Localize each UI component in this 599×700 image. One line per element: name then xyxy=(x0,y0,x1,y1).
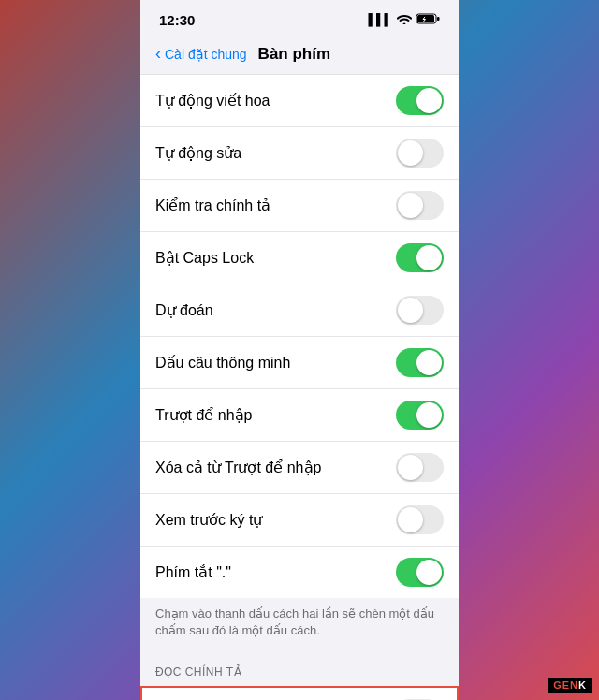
bat-caps-lock-label: Bật Caps Lock xyxy=(155,249,254,267)
phim-tat-label: Phím tắt "." xyxy=(155,563,231,581)
battery-icon xyxy=(416,13,440,27)
signal-icon: ▌▌▌ xyxy=(368,13,392,26)
tu-dong-sua-row: Tự động sửa xyxy=(140,127,459,180)
settings-container: Tự động viết hoaTự động sửaKiểm tra chín… xyxy=(140,75,459,700)
tu-dong-viet-hoa-row: Tự động viết hoa xyxy=(140,75,459,127)
toggle-knob xyxy=(416,88,442,113)
dau-cau-thong-minh-label: Dấu câu thông minh xyxy=(155,354,290,372)
tu-dong-sua-toggle[interactable] xyxy=(396,139,444,168)
page-title: Bàn phím xyxy=(258,45,330,64)
kiem-tra-chinh-ta-toggle[interactable] xyxy=(396,191,444,220)
xoa-ca-tu-label: Xóa cả từ Trượt để nhập xyxy=(155,459,321,476)
back-button[interactable]: ‹ Cài đặt chung xyxy=(155,44,247,64)
tu-dong-sua-label: Tự động sửa xyxy=(155,144,241,162)
doc-chinh-ta-header: ĐỌC CHÍNH TẢ xyxy=(140,650,459,686)
genk-badge: GENK xyxy=(548,678,592,693)
back-label: Cài đặt chung xyxy=(165,47,247,62)
kiem-tra-chinh-ta-label: Kiểm tra chính tả xyxy=(155,197,270,214)
xem-truoc-ky-tu-toggle[interactable] xyxy=(396,505,444,534)
tu-dong-viet-hoa-label: Tự động viết hoa xyxy=(155,92,270,109)
xem-truoc-ky-tu-row: Xem trước ký tự xyxy=(140,494,459,547)
back-chevron-icon: ‹ xyxy=(155,44,161,64)
status-time: 12:30 xyxy=(159,12,195,28)
hint-text: Chạm vào thanh dấu cách hai lần sẽ chèn … xyxy=(140,598,459,650)
status-icons: ▌▌▌ xyxy=(368,13,440,27)
svg-rect-2 xyxy=(437,17,440,21)
truot-de-nhap-row: Trượt để nhập xyxy=(140,389,459,442)
truot-de-nhap-toggle[interactable] xyxy=(396,401,444,430)
toggle-knob xyxy=(398,507,423,532)
phim-tat-toggle[interactable] xyxy=(396,558,444,587)
toggle-knob xyxy=(416,402,442,428)
xoa-ca-tu-row: Xóa cả từ Trượt để nhập xyxy=(140,442,459,494)
du-doan-label: Dự đoán xyxy=(155,301,213,319)
xem-truoc-ky-tu-label: Xem trước ký tự xyxy=(155,511,262,529)
bat-doc-chinh-ta-row: Bật Đọc chính tả xyxy=(142,688,457,700)
bat-caps-lock-toggle[interactable] xyxy=(396,243,444,272)
toggle-knob xyxy=(398,193,423,218)
toggle-knob xyxy=(416,245,442,270)
truot-de-nhap-label: Trượt để nhập xyxy=(155,406,252,424)
dau-cau-thong-minh-row: Dấu câu thông minh xyxy=(140,337,459,389)
dau-cau-thong-minh-toggle[interactable] xyxy=(396,348,444,377)
main-settings-group: Tự động viết hoaTự động sửaKiểm tra chín… xyxy=(140,75,459,598)
toggle-knob xyxy=(398,140,423,166)
du-doan-row: Dự đoán xyxy=(140,284,459,337)
kiem-tra-chinh-ta-row: Kiểm tra chính tả xyxy=(140,180,459,232)
toggle-knob xyxy=(416,350,442,375)
toggle-knob xyxy=(416,560,442,585)
toggle-knob xyxy=(398,298,423,323)
du-doan-toggle[interactable] xyxy=(396,296,444,325)
xoa-ca-tu-toggle[interactable] xyxy=(396,453,444,482)
phone-frame: 12:30 ▌▌▌ ‹ Cài xyxy=(140,0,459,700)
toggle-knob xyxy=(398,455,423,480)
bat-caps-lock-row: Bật Caps Lock xyxy=(140,232,459,284)
wifi-icon xyxy=(397,13,412,27)
tu-dong-viet-hoa-toggle[interactable] xyxy=(396,86,444,115)
status-bar: 12:30 ▌▌▌ xyxy=(140,0,459,34)
phim-tat-row: Phím tắt "." xyxy=(140,547,459,598)
highlighted-group: Bật Đọc chính tả xyxy=(140,686,459,700)
nav-bar: ‹ Cài đặt chung Bàn phím xyxy=(140,34,459,75)
